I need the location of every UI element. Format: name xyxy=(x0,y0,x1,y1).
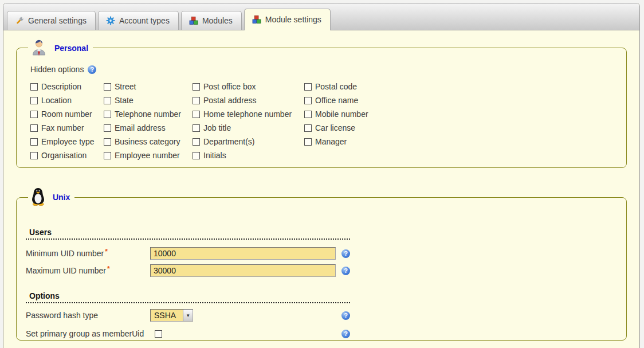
tab-bar: General settings xyxy=(3,3,639,30)
module-settings-page: Personal Hidden options ? Description St… xyxy=(3,30,639,341)
selected-value: SSHA xyxy=(151,310,183,321)
checkbox-office-name[interactable]: Office name xyxy=(304,96,618,105)
checkbox-car-license[interactable]: Car license xyxy=(304,123,618,132)
checkbox[interactable] xyxy=(193,152,200,159)
password-hash-label: Password hash type xyxy=(26,311,150,320)
tab-account-types[interactable]: Account types xyxy=(98,11,179,30)
tab-label: Module settings xyxy=(265,15,321,24)
help-icon[interactable]: ? xyxy=(88,65,96,74)
personal-section-header: Personal xyxy=(28,38,93,58)
checkbox-label: Post office box xyxy=(203,82,256,91)
checkbox[interactable] xyxy=(30,97,38,104)
min-uid-input[interactable] xyxy=(150,247,336,260)
checkbox[interactable] xyxy=(104,124,111,132)
checkbox[interactable] xyxy=(304,124,312,132)
checkbox[interactable] xyxy=(104,83,111,91)
checkbox[interactable] xyxy=(104,111,111,118)
tab-label: Account types xyxy=(119,16,170,25)
checkbox-fax-number[interactable]: Fax number xyxy=(30,123,104,132)
min-uid-row: Minimum UID number* ? xyxy=(26,247,350,260)
checkbox-manager[interactable]: Manager xyxy=(304,137,618,146)
checkbox-post-office-box[interactable]: Post office box xyxy=(193,82,304,91)
checkbox-label: Description xyxy=(41,82,81,91)
tab-general-settings[interactable]: General settings xyxy=(7,11,96,30)
checkbox[interactable] xyxy=(30,111,38,118)
max-uid-row: Maximum UID number* ? xyxy=(26,264,350,277)
checkbox-label: Employee type xyxy=(41,137,95,146)
hidden-options-row: Hidden options ? xyxy=(30,65,618,74)
wrench-icon xyxy=(15,16,24,25)
checkbox[interactable] xyxy=(30,152,38,159)
tab-modules[interactable]: Modules xyxy=(181,11,242,30)
gear-icon xyxy=(106,16,115,25)
checkbox-employee-type[interactable]: Employee type xyxy=(30,137,104,146)
field-label-text: Minimum UID number xyxy=(26,249,104,258)
checkbox-label: Manager xyxy=(315,137,347,146)
checkbox-state[interactable]: State xyxy=(104,96,193,105)
checkbox-label: State xyxy=(115,96,133,105)
checkbox-home-telephone-number[interactable]: Home telephone number xyxy=(193,110,304,119)
member-uid-row: Set primary group as memberUid ? xyxy=(26,327,350,340)
modules-icon xyxy=(252,15,261,24)
checkbox[interactable] xyxy=(104,97,111,104)
password-hash-select[interactable]: SSHA ▼ xyxy=(150,309,193,322)
checkbox-email-address[interactable]: Email address xyxy=(104,123,193,132)
checkbox-business-category[interactable]: Business category xyxy=(104,137,193,146)
checkbox-label: Business category xyxy=(115,137,180,146)
checkbox[interactable] xyxy=(304,83,312,91)
checkbox[interactable] xyxy=(193,124,200,132)
checkbox-label: Initials xyxy=(203,151,226,160)
checkbox[interactable] xyxy=(304,111,312,118)
tab-module-settings[interactable]: Module settings xyxy=(244,9,331,30)
checkbox-location[interactable]: Location xyxy=(30,96,104,105)
checkbox-label: Organisation xyxy=(41,151,87,160)
help-icon[interactable]: ? xyxy=(341,311,350,320)
help-icon[interactable]: ? xyxy=(341,267,350,275)
checkbox[interactable] xyxy=(304,138,312,146)
checkbox-label: Car license xyxy=(315,123,355,132)
checkbox[interactable] xyxy=(193,111,200,118)
hidden-options-grid: Description Street Post office box Posta… xyxy=(30,82,618,160)
checkbox[interactable] xyxy=(104,152,111,159)
unix-section-header: Unix xyxy=(28,187,74,208)
checkbox-label: Room number xyxy=(41,110,92,119)
checkbox[interactable] xyxy=(30,124,38,132)
checkbox-label: Office name xyxy=(315,96,358,105)
checkbox-postal-address[interactable]: Postal address xyxy=(193,96,304,105)
password-hash-row: Password hash type SSHA ▼ ? xyxy=(26,309,350,322)
unix-section: Unix Users Minimum UID number* ? Maximum… xyxy=(16,187,627,341)
checkbox[interactable] xyxy=(30,83,38,91)
max-uid-label: Maximum UID number* xyxy=(26,266,150,275)
checkbox[interactable] xyxy=(30,138,38,146)
checkbox-label: Location xyxy=(41,96,72,105)
checkbox[interactable] xyxy=(304,97,312,104)
personal-section-title: Personal xyxy=(54,44,88,53)
tab-label: Modules xyxy=(202,16,233,25)
checkbox[interactable] xyxy=(193,83,200,91)
checkbox-label: Employee number xyxy=(115,151,180,160)
checkbox-telephone-number[interactable]: Telephone number xyxy=(104,110,193,119)
member-uid-checkbox[interactable] xyxy=(155,330,162,338)
tab-label: General settings xyxy=(28,16,87,25)
checkbox-postal-code[interactable]: Postal code xyxy=(304,82,618,91)
checkbox-departments[interactable]: Department(s) xyxy=(193,137,304,146)
modules-icon xyxy=(189,16,198,25)
help-icon[interactable]: ? xyxy=(341,249,350,258)
checkbox[interactable] xyxy=(193,138,200,146)
help-icon[interactable]: ? xyxy=(341,330,350,338)
checkbox[interactable] xyxy=(104,138,111,146)
checkbox-organisation[interactable]: Organisation xyxy=(30,151,104,160)
checkbox-initials[interactable]: Initials xyxy=(193,151,304,160)
checkbox-label: Email address xyxy=(115,123,166,132)
checkbox-mobile-number[interactable]: Mobile number xyxy=(304,110,618,119)
checkbox-employee-number[interactable]: Employee number xyxy=(104,151,193,160)
checkbox-street[interactable]: Street xyxy=(104,82,193,91)
checkbox-label: Home telephone number xyxy=(203,110,292,119)
checkbox-description[interactable]: Description xyxy=(30,82,104,91)
checkbox-room-number[interactable]: Room number xyxy=(30,110,104,119)
max-uid-input[interactable] xyxy=(150,264,336,277)
checkbox-label: Department(s) xyxy=(203,137,254,146)
checkbox-job-title[interactable]: Job title xyxy=(193,123,304,132)
checkbox[interactable] xyxy=(193,97,200,104)
options-subheading: Options xyxy=(26,291,350,303)
